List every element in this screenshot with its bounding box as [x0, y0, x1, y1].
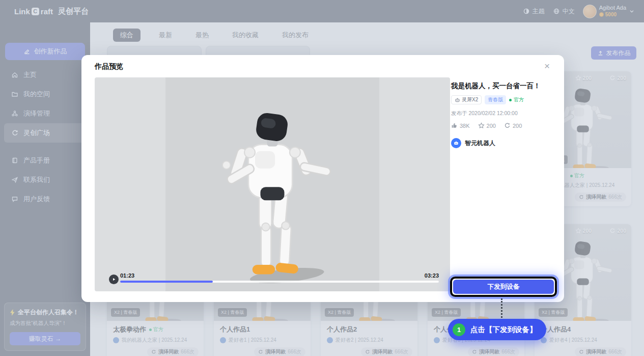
video-progress-fill	[120, 281, 213, 283]
tutorial-connector-line	[501, 298, 502, 318]
edition-badge: 青春版	[485, 95, 506, 104]
tutorial-tooltip: 1 点击【下发到设备】	[448, 319, 546, 340]
robot-head-icon	[455, 97, 460, 103]
tutorial-text: 点击【下发到设备】	[470, 325, 537, 335]
like-icon	[451, 122, 458, 129]
author-row[interactable]: 智元机器人	[451, 138, 558, 148]
video-frame	[165, 77, 379, 291]
work-preview-modal: 作品预览 × 01:23 03:23 我是机器人，买一台省一百！ 灵犀X2 青春…	[81, 55, 564, 302]
work-title: 我是机器人，买一台省一百！	[451, 81, 558, 91]
video-progress-bar[interactable]	[120, 281, 439, 283]
robot-avatar-icon	[453, 140, 459, 146]
video-player: 01:23 03:23	[95, 77, 450, 291]
modal-title: 作品预览	[95, 62, 123, 71]
robot-video-image	[206, 85, 339, 284]
work-details-panel: 我是机器人，买一台省一百！ 灵犀X2 青春版 官方 发布于 2020/02/02…	[451, 81, 558, 148]
play-icon	[110, 276, 117, 283]
author-name: 智元机器人	[465, 139, 495, 148]
send-to-device-button[interactable]: 下发到设备	[453, 280, 554, 294]
official-dot-icon	[509, 99, 512, 101]
official-badge: 官方	[509, 96, 524, 103]
current-time: 01:23	[120, 272, 134, 279]
total-time: 03:23	[425, 272, 439, 279]
close-icon[interactable]: ×	[542, 59, 552, 73]
author-avatar	[451, 138, 461, 148]
star-icon	[478, 122, 485, 129]
publish-date: 发布于 2020/02/02 12:00:00	[451, 110, 558, 117]
work-stats: 38K 200 200	[451, 122, 558, 129]
share-icon	[504, 122, 511, 129]
screen: Link C raft 灵创平台 主题 中文 Agibot Ada 5000	[0, 0, 644, 356]
model-badge: 灵犀X2	[451, 95, 482, 104]
tutorial-step-number: 1	[453, 323, 465, 336]
send-button-highlight: 下发到设备	[450, 277, 557, 297]
play-button[interactable]	[109, 275, 119, 284]
